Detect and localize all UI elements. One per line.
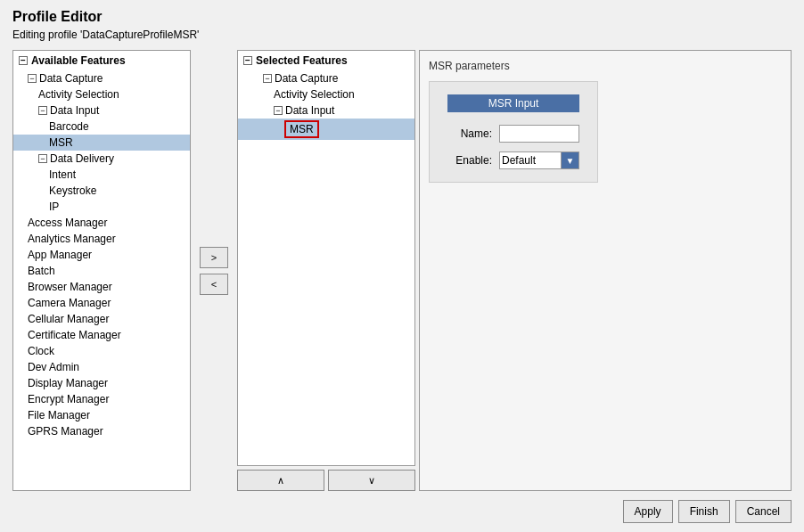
avail-msr[interactable]: MSR (13, 135, 190, 151)
avail-data-capture[interactable]: − Data Capture (13, 70, 190, 86)
avail-camera-manager[interactable]: Camera Manager (13, 295, 190, 311)
dialog-title: Profile Editor (12, 9, 792, 25)
avail-app-manager[interactable]: App Manager (13, 247, 190, 263)
enable-label: Enable: (447, 154, 492, 167)
collapse-available-icon[interactable]: − (19, 56, 28, 65)
move-up-button[interactable]: ∧ (237, 470, 324, 491)
finish-button[interactable]: Finish (678, 500, 730, 523)
msr-params-panel: MSR parameters MSR Input Name: Enable: D… (419, 50, 792, 491)
name-label: Name: (447, 127, 492, 140)
selected-nav-buttons: ∧ ∨ (237, 470, 415, 491)
msr-params-box: MSR Input Name: Enable: Default True Fal… (429, 81, 598, 183)
avail-browser-manager[interactable]: Browser Manager (13, 279, 190, 295)
profile-editor-dialog: Profile Editor Editing profile 'DataCapt… (0, 0, 804, 532)
avail-barcode[interactable]: Barcode (13, 119, 190, 135)
sel-data-capture[interactable]: − Data Capture (238, 70, 414, 86)
sel-msr[interactable]: MSR (238, 119, 414, 140)
avail-ip[interactable]: IP (13, 199, 190, 215)
avail-file-manager[interactable]: File Manager (13, 407, 190, 423)
enable-select-arrow-icon[interactable]: ▼ (562, 151, 579, 169)
avail-dev-admin[interactable]: Dev Admin (13, 359, 190, 375)
avail-data-delivery[interactable]: − Data Delivery (13, 151, 190, 167)
enable-select-wrap: Default True False ▼ (499, 151, 579, 169)
avail-cellular-manager[interactable]: Cellular Manager (13, 311, 190, 327)
avail-gprs-manager[interactable]: GPRS Manager (13, 423, 190, 439)
sel-activity-selection[interactable]: Activity Selection (238, 86, 414, 102)
msr-params-title: MSR parameters (429, 60, 782, 72)
dialog-subtitle: Editing profile 'DataCaptureProfileMSR' (12, 29, 792, 41)
selected-features-panel: − Selected Features − Data Capture Activ… (237, 50, 415, 491)
apply-button[interactable]: Apply (623, 500, 673, 523)
sel-data-input[interactable]: − Data Input (238, 102, 414, 119)
avail-analytics-manager[interactable]: Analytics Manager (13, 231, 190, 247)
selected-features-tree: − Selected Features − Data Capture Activ… (237, 50, 415, 466)
avail-certificate-manager[interactable]: Certificate Manager (13, 327, 190, 343)
avail-access-manager[interactable]: Access Manager (13, 215, 190, 231)
collapse-data-delivery-icon[interactable]: − (38, 154, 47, 163)
collapse-selected-icon[interactable]: − (243, 56, 252, 65)
name-row: Name: (447, 125, 579, 143)
avail-clock[interactable]: Clock (13, 343, 190, 359)
avail-batch[interactable]: Batch (13, 263, 190, 279)
remove-feature-button[interactable]: < (200, 274, 228, 295)
collapse-sel-data-input-icon[interactable]: − (274, 106, 283, 115)
cancel-button[interactable]: Cancel (735, 500, 792, 523)
avail-data-input[interactable]: − Data Input (13, 102, 190, 119)
collapse-sel-data-capture-icon[interactable]: − (263, 74, 272, 83)
available-features-header: − Available Features (13, 51, 190, 70)
avail-encrypt-manager[interactable]: Encrypt Manager (13, 391, 190, 407)
available-features-title: Available Features (31, 54, 126, 67)
footer-buttons: Apply Finish Cancel (12, 491, 792, 523)
enable-select[interactable]: Default True False (499, 151, 562, 169)
avail-intent[interactable]: Intent (13, 167, 190, 183)
enable-row: Enable: Default True False ▼ (447, 151, 579, 169)
name-input[interactable] (499, 125, 579, 143)
avail-keystroke[interactable]: Keystroke (13, 183, 190, 199)
add-feature-button[interactable]: > (200, 247, 228, 268)
selected-features-title: Selected Features (256, 54, 348, 67)
avail-display-manager[interactable]: Display Manager (13, 375, 190, 391)
available-features-panel: − Available Features − Data Capture Acti… (12, 50, 191, 491)
selected-features-header: − Selected Features (238, 51, 414, 70)
collapse-data-capture-icon[interactable]: − (28, 74, 37, 83)
msr-input-header: MSR Input (447, 94, 579, 112)
move-down-button[interactable]: ∨ (328, 470, 415, 491)
middle-buttons-panel: > < (194, 50, 234, 491)
collapse-data-input-icon[interactable]: − (38, 106, 47, 115)
main-content: − Available Features − Data Capture Acti… (12, 50, 792, 491)
avail-activity-selection[interactable]: Activity Selection (13, 86, 190, 102)
